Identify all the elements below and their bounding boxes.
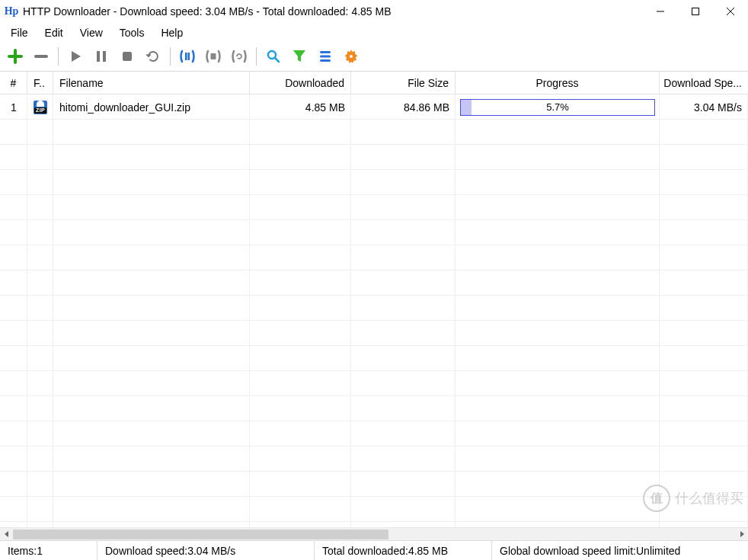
pause-button[interactable] bbox=[89, 44, 113, 69]
col-header-downloaded[interactable]: Downloaded bbox=[250, 72, 351, 94]
cell-downloaded: 4.85 MB bbox=[250, 94, 351, 120]
col-header-filename[interactable]: Filename bbox=[53, 72, 250, 94]
table-header: # F.. Filename Downloaded File Size Prog… bbox=[0, 72, 748, 94]
svg-rect-6 bbox=[123, 52, 132, 61]
scroll-track[interactable] bbox=[13, 528, 735, 540]
window-controls bbox=[643, 0, 748, 23]
toolbar-separator bbox=[58, 47, 59, 66]
scroll-left-arrow[interactable] bbox=[0, 528, 13, 541]
remove-button[interactable] bbox=[29, 44, 53, 69]
progress-text: 5.7% bbox=[546, 101, 569, 113]
stop-icon bbox=[120, 50, 134, 63]
progress-bar: 5.7% bbox=[460, 99, 655, 116]
maximize-button[interactable] bbox=[678, 0, 713, 23]
pause-bracket-icon bbox=[179, 49, 196, 64]
menu-file[interactable]: File bbox=[3, 25, 36, 40]
svg-rect-14 bbox=[320, 59, 331, 62]
cell-size: 84.86 MB bbox=[351, 94, 456, 120]
menubar: File Edit View Tools Help bbox=[0, 23, 748, 43]
scroll-right-arrow[interactable] bbox=[735, 528, 748, 541]
gear-icon bbox=[344, 49, 359, 64]
svg-rect-12 bbox=[320, 51, 331, 53]
pause-active-button[interactable] bbox=[175, 44, 200, 69]
refresh-icon bbox=[145, 49, 161, 64]
col-header-filesize[interactable]: File Size bbox=[351, 72, 456, 94]
toolbar-separator bbox=[256, 47, 257, 66]
queue-button[interactable] bbox=[313, 44, 337, 69]
add-button[interactable] bbox=[3, 44, 27, 69]
pause-icon bbox=[94, 50, 108, 63]
statusbar: Items: 1 Download speed: 3.04 MB/s Total… bbox=[0, 540, 748, 560]
close-button[interactable] bbox=[713, 0, 748, 23]
plus-icon bbox=[8, 49, 23, 64]
search-button[interactable] bbox=[261, 44, 286, 69]
menu-help[interactable]: Help bbox=[153, 25, 190, 40]
svg-rect-5 bbox=[103, 51, 106, 62]
svg-rect-1 bbox=[692, 8, 699, 15]
list-icon bbox=[318, 50, 332, 63]
watermark: 值 什么值得买 bbox=[643, 485, 743, 512]
window-title: HTTP Downloader - Download speed: 3.04 M… bbox=[23, 5, 392, 18]
svg-rect-4 bbox=[97, 51, 100, 62]
col-header-speed[interactable]: Download Spe... bbox=[660, 72, 748, 94]
svg-rect-13 bbox=[320, 55, 331, 57]
stop-bracket-icon bbox=[205, 49, 222, 64]
svg-line-11 bbox=[275, 58, 279, 62]
status-limit: Global download speed limit: Unlimited bbox=[492, 541, 748, 560]
restart-button[interactable] bbox=[141, 44, 165, 69]
cell-type: ZIP bbox=[27, 94, 53, 120]
restart-all-button[interactable] bbox=[227, 44, 251, 69]
svg-rect-8 bbox=[188, 53, 190, 60]
minus-icon bbox=[34, 49, 49, 64]
svg-point-16 bbox=[350, 55, 353, 58]
minimize-button[interactable] bbox=[643, 0, 678, 23]
status-total: Total downloaded: 4.85 MB bbox=[315, 541, 492, 560]
app-icon: Hp bbox=[5, 5, 18, 18]
play-icon bbox=[69, 50, 82, 63]
cell-filename: hitomi_downloader_GUI.zip bbox=[53, 94, 250, 120]
menu-edit[interactable]: Edit bbox=[37, 25, 71, 40]
restart-bracket-icon bbox=[231, 49, 248, 64]
col-header-progress[interactable]: Progress bbox=[456, 72, 660, 94]
menu-view[interactable]: View bbox=[72, 25, 110, 40]
svg-rect-7 bbox=[185, 53, 187, 60]
svg-rect-9 bbox=[211, 53, 216, 59]
status-speed: Download speed: 3.04 MB/s bbox=[97, 541, 315, 560]
table-body: 1 ZIP hitomi_downloader_GUI.zip 4.85 MB … bbox=[0, 94, 748, 527]
settings-button[interactable] bbox=[339, 44, 363, 69]
menu-tools[interactable]: Tools bbox=[112, 25, 152, 40]
cell-num: 1 bbox=[0, 94, 27, 120]
col-header-filetype[interactable]: F.. bbox=[27, 72, 53, 94]
scroll-thumb[interactable] bbox=[13, 530, 388, 539]
titlebar: Hp HTTP Downloader - Download speed: 3.0… bbox=[0, 0, 748, 23]
table-row[interactable]: 1 ZIP hitomi_downloader_GUI.zip 4.85 MB … bbox=[0, 94, 748, 120]
toolbar-separator bbox=[170, 47, 171, 66]
cell-progress: 5.7% bbox=[456, 94, 660, 120]
funnel-icon bbox=[292, 49, 306, 64]
horizontal-scrollbar[interactable] bbox=[0, 527, 748, 540]
status-items: Items: 1 bbox=[0, 541, 97, 560]
col-header-num[interactable]: # bbox=[0, 72, 27, 94]
toolbar bbox=[0, 43, 748, 72]
stop-all-button[interactable] bbox=[201, 44, 225, 69]
stop-button[interactable] bbox=[115, 44, 139, 69]
zip-icon: ZIP bbox=[34, 101, 47, 114]
cell-speed: 3.04 MB/s bbox=[660, 94, 748, 120]
start-button[interactable] bbox=[63, 44, 88, 69]
filter-button[interactable] bbox=[287, 44, 312, 69]
search-icon bbox=[266, 49, 281, 64]
